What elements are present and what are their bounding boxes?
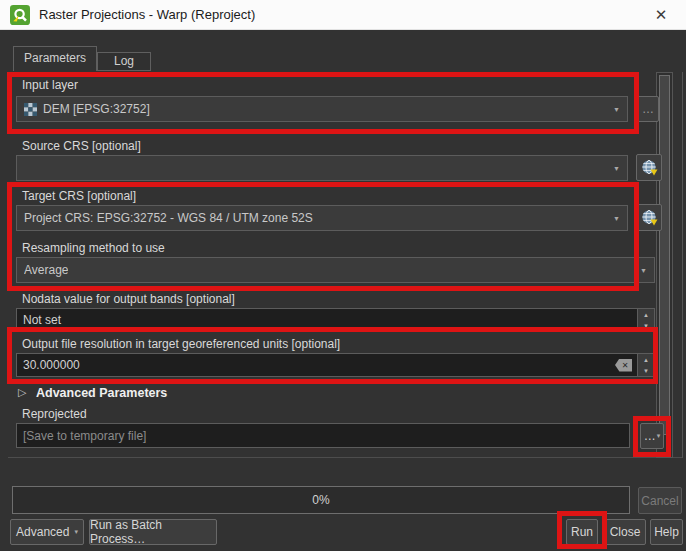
titlebar: Raster Projections - Warp (Reproject) ✕ xyxy=(0,0,686,30)
help-button[interactable]: Help xyxy=(650,519,683,545)
warp-reproject-dialog: Raster Projections - Warp (Reproject) ✕ … xyxy=(0,0,686,551)
spin-up-icon[interactable]: ▲ xyxy=(638,309,654,320)
menu-down-icon: ▾ xyxy=(74,528,78,536)
reprojected-browse-button[interactable]: … ▾ xyxy=(640,423,664,449)
crs-globe-icon xyxy=(641,159,658,176)
nodata-spinbox: ▲ ▼ xyxy=(16,308,655,332)
progress-bar: 0% xyxy=(12,486,630,514)
input-layer-combobox[interactable]: DEM [EPSG:32752] ▼ xyxy=(16,96,628,122)
resolution-label: Output file resolution in target georefe… xyxy=(22,337,340,351)
input-layer-label: Input layer xyxy=(22,78,78,92)
menu-down-icon: ▾ xyxy=(657,432,661,440)
source-crs-label: Source CRS [optional] xyxy=(22,139,141,153)
advanced-parameters-header[interactable]: Advanced Parameters xyxy=(36,386,167,400)
chevron-down-icon: ▼ xyxy=(640,267,647,274)
cancel-button[interactable]: Cancel xyxy=(638,487,682,514)
target-crs-value: Project CRS: EPSG:32752 - WGS 84 / UTM z… xyxy=(24,211,313,225)
target-crs-label: Target CRS [optional] xyxy=(22,189,136,203)
resolution-spin-buttons: ▲ ▼ xyxy=(637,354,654,376)
clear-wrap: ✕ xyxy=(615,354,637,376)
collapsed-arrow-icon[interactable]: ▷ xyxy=(18,386,26,399)
chevron-down-icon: ▼ xyxy=(613,106,620,113)
close-icon[interactable]: ✕ xyxy=(646,1,676,29)
advanced-menu-label: Advanced xyxy=(16,525,69,539)
reprojected-output-field xyxy=(16,423,630,448)
tab-log[interactable]: Log xyxy=(97,52,151,71)
scrollbar-handle[interactable] xyxy=(659,75,670,435)
qgis-logo-icon xyxy=(10,5,30,25)
scroll-area-right-border xyxy=(682,72,683,458)
crs-globe-icon xyxy=(641,209,658,226)
spin-down-icon[interactable]: ▼ xyxy=(638,365,654,376)
nodata-spin-buttons: ▲ ▼ xyxy=(637,309,654,331)
nodata-input[interactable] xyxy=(17,309,637,331)
spin-down-icon[interactable]: ▼ xyxy=(638,320,654,331)
target-crs-select-button[interactable] xyxy=(636,204,662,231)
chevron-down-icon: ▼ xyxy=(613,215,620,222)
nodata-label: Nodata value for output bands [optional] xyxy=(22,292,235,306)
close-button[interactable]: Close xyxy=(604,519,646,545)
input-layer-value: DEM [EPSG:32752] xyxy=(43,102,150,116)
chevron-down-icon: ▼ xyxy=(613,165,620,172)
scroll-area-bottom-border xyxy=(8,457,683,458)
window-title: Raster Projections - Warp (Reproject) xyxy=(39,7,637,22)
run-button[interactable]: Run xyxy=(566,519,598,545)
source-crs-combobox[interactable]: ▼ xyxy=(16,155,628,181)
reprojected-output-input[interactable] xyxy=(17,424,629,447)
resampling-value: Average xyxy=(24,263,68,277)
spin-up-icon[interactable]: ▲ xyxy=(638,354,654,365)
run-as-batch-button[interactable]: Run as Batch Process… xyxy=(89,519,217,545)
resampling-combobox[interactable]: Average ▼ xyxy=(16,257,655,283)
resampling-label: Resampling method to use xyxy=(22,241,165,255)
target-crs-combobox[interactable]: Project CRS: EPSG:32752 - WGS 84 / UTM z… xyxy=(16,205,628,231)
source-crs-select-button[interactable] xyxy=(636,154,662,181)
tab-parameters[interactable]: Parameters xyxy=(13,46,97,71)
input-layer-browse-button[interactable]: … xyxy=(637,96,659,122)
resolution-input[interactable] xyxy=(17,354,615,376)
advanced-menu-button[interactable]: Advanced ▾ xyxy=(10,519,84,545)
resolution-spinbox: ✕ ▲ ▼ xyxy=(16,353,655,377)
ellipsis-label: … xyxy=(644,429,656,443)
reprojected-label: Reprojected xyxy=(22,407,87,421)
raster-layer-icon xyxy=(24,103,37,116)
clear-value-icon[interactable]: ✕ xyxy=(615,359,632,372)
